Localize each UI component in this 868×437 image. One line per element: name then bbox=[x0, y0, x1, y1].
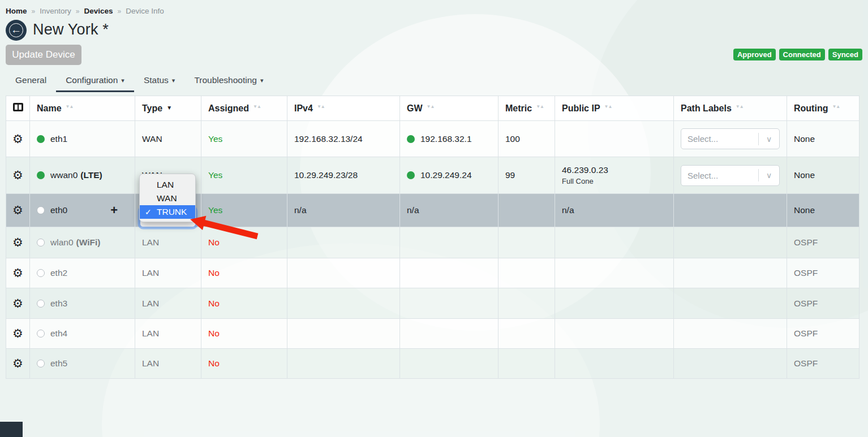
type-option-wan[interactable]: WAN bbox=[140, 192, 195, 205]
gear-icon[interactable]: ⚙ bbox=[12, 236, 23, 249]
column-header-ipv4[interactable]: IPv4▼▲ bbox=[287, 96, 400, 121]
columns-picker-button[interactable] bbox=[6, 96, 30, 121]
metric-cell bbox=[499, 349, 555, 379]
sort-icon[interactable]: ▼ bbox=[166, 105, 172, 111]
routing-value: OSPF bbox=[794, 328, 818, 338]
caret-down-icon: ▾ bbox=[172, 77, 175, 84]
interface-name: eth0 bbox=[50, 205, 67, 215]
tab-general[interactable]: General bbox=[6, 70, 56, 92]
gw-cell bbox=[400, 288, 499, 319]
public-ip-cell bbox=[555, 121, 674, 157]
path-labels-select[interactable]: Select...∨ bbox=[681, 165, 780, 186]
path-labels-select[interactable]: Select...∨ bbox=[681, 128, 780, 149]
routing-value: None bbox=[794, 205, 815, 215]
back-button[interactable]: ← bbox=[6, 20, 27, 41]
interface-row-wwan0[interactable]: ⚙wwan0(LTE)WANYes10.29.249.23/2810.29.24… bbox=[6, 157, 860, 194]
routing-value: OSPF bbox=[794, 358, 818, 368]
interface-name: wlan0(WiFi) bbox=[50, 237, 100, 248]
type-cell[interactable]: WAN bbox=[135, 121, 201, 157]
tab-status[interactable]: Status▾ bbox=[134, 70, 184, 92]
status-empty-icon bbox=[37, 330, 45, 338]
column-header-path-labels[interactable]: Path Labels▼▲ bbox=[674, 96, 787, 121]
interface-name: eth5 bbox=[50, 358, 67, 369]
routing-cell: OSPF bbox=[787, 227, 860, 258]
sort-icon[interactable]: ▼▲ bbox=[253, 104, 261, 109]
sort-icon[interactable]: ▼▲ bbox=[604, 104, 612, 109]
check-icon: ✓ bbox=[145, 205, 152, 219]
caret-down-icon: ▾ bbox=[121, 77, 124, 84]
gw-value: 192.168.32.1 bbox=[420, 134, 472, 144]
interfaces-table: Name▼▲Type▼Assigned▼▲IPv4▼▲GW▼▲Metric▼▲P… bbox=[6, 96, 860, 379]
gear-icon[interactable]: ⚙ bbox=[12, 327, 23, 340]
interface-row-eth4[interactable]: ⚙eth4LANNoOSPF bbox=[6, 319, 860, 349]
gear-icon[interactable]: ⚙ bbox=[12, 132, 23, 145]
gw-cell bbox=[400, 227, 499, 258]
sort-icon[interactable]: ▼▲ bbox=[736, 104, 744, 109]
row-settings-cell: ⚙ bbox=[6, 258, 30, 288]
gear-icon[interactable]: ⚙ bbox=[12, 266, 23, 279]
assigned-cell: No bbox=[201, 258, 287, 288]
routing-cell: OSPF bbox=[787, 258, 860, 288]
tab-configuration[interactable]: Configuration▾ bbox=[56, 70, 134, 92]
interface-row-eth1[interactable]: ⚙eth1WANYes192.168.32.13/24192.168.32.11… bbox=[6, 121, 860, 157]
add-subinterface-icon[interactable]: + bbox=[110, 203, 118, 218]
ipv4-cell bbox=[287, 349, 400, 379]
type-cell[interactable]: LAN bbox=[135, 288, 201, 319]
interface-row-eth2[interactable]: ⚙eth2LANNoOSPF bbox=[6, 258, 860, 288]
type-cell[interactable]: LAN bbox=[135, 349, 201, 379]
path-labels-placeholder: Select... bbox=[681, 134, 758, 144]
ipv4-cell: n/a bbox=[287, 194, 400, 227]
metric-cell bbox=[499, 258, 555, 288]
breadcrumb-inventory[interactable]: Inventory bbox=[40, 7, 71, 15]
type-option-lan[interactable]: LAN bbox=[140, 178, 195, 192]
column-header-public-ip[interactable]: Public IP▼▲ bbox=[555, 96, 674, 121]
type-cell[interactable]: LAN bbox=[135, 319, 201, 349]
gw-cell: 10.29.249.24 bbox=[400, 157, 499, 194]
column-header-assigned[interactable]: Assigned▼▲ bbox=[201, 96, 287, 121]
interface-name: eth3 bbox=[50, 298, 67, 309]
path-labels-cell bbox=[674, 258, 787, 288]
breadcrumb-separator: » bbox=[32, 7, 36, 15]
breadcrumb: Home » Inventory » Devices » Device Info bbox=[6, 7, 164, 15]
column-header-gw[interactable]: GW▼▲ bbox=[400, 96, 499, 121]
path-labels-cell: Select...∨ bbox=[674, 121, 787, 157]
gear-icon[interactable]: ⚙ bbox=[12, 168, 23, 181]
sort-icon[interactable]: ▼▲ bbox=[832, 104, 840, 109]
type-option-trunk[interactable]: ✓TRUNK bbox=[140, 205, 195, 219]
column-header-name[interactable]: Name▼▲ bbox=[30, 96, 135, 121]
sort-icon[interactable]: ▼▲ bbox=[317, 104, 325, 109]
caret-down-icon: ▾ bbox=[260, 77, 264, 84]
gw-cell: n/a bbox=[400, 194, 499, 227]
gear-icon[interactable]: ⚙ bbox=[12, 357, 23, 370]
page-title: New York * bbox=[33, 21, 109, 38]
chevron-down-icon[interactable]: ∨ bbox=[759, 171, 779, 180]
name-cell: eth0+ bbox=[30, 194, 135, 227]
tab-troubleshooting[interactable]: Troubleshooting▾ bbox=[184, 70, 273, 92]
type-cell[interactable]: LAN bbox=[135, 258, 201, 288]
sort-icon[interactable]: ▼▲ bbox=[427, 104, 435, 109]
sort-icon[interactable]: ▼▲ bbox=[66, 104, 74, 109]
update-device-button[interactable]: Update Device bbox=[6, 45, 81, 65]
row-settings-cell: ⚙ bbox=[6, 349, 30, 379]
type-value: LAN bbox=[142, 328, 159, 338]
status-empty-icon bbox=[37, 206, 45, 214]
column-header-metric[interactable]: Metric▼▲ bbox=[499, 96, 555, 121]
metric-cell bbox=[499, 288, 555, 319]
gear-icon[interactable]: ⚙ bbox=[12, 204, 23, 217]
gear-icon[interactable]: ⚙ bbox=[12, 297, 23, 310]
type-cell[interactable]: LAN bbox=[135, 227, 201, 258]
public-ip-value: n/a bbox=[562, 205, 667, 215]
interface-row-eth0[interactable]: ⚙eth0+Yesn/an/an/aNone bbox=[6, 194, 860, 227]
connected-badge: Connected bbox=[779, 49, 825, 60]
sort-icon[interactable]: ▼▲ bbox=[536, 104, 544, 109]
gw-cell bbox=[400, 258, 499, 288]
breadcrumb-devices[interactable]: Devices bbox=[84, 7, 113, 15]
interface-row-wlan0[interactable]: ⚙wlan0(WiFi)LANNoOSPF bbox=[6, 227, 860, 258]
column-header-type[interactable]: Type▼ bbox=[135, 96, 201, 121]
interface-row-eth5[interactable]: ⚙eth5LANNoOSPF bbox=[6, 349, 860, 379]
column-header-routing[interactable]: Routing▼▲ bbox=[787, 96, 860, 121]
breadcrumb-home[interactable]: Home bbox=[6, 7, 27, 15]
chevron-down-icon[interactable]: ∨ bbox=[759, 135, 779, 144]
interface-row-eth3[interactable]: ⚙eth3LANNoOSPF bbox=[6, 288, 860, 319]
routing-cell: None bbox=[787, 121, 860, 157]
